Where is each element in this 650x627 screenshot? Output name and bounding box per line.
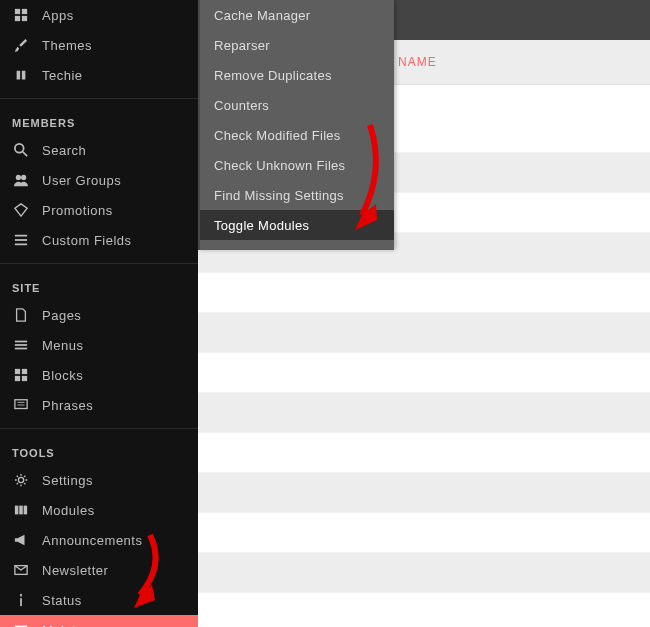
brush-icon	[12, 38, 30, 52]
submenu-cache-manager[interactable]: Cache Manager	[200, 0, 394, 30]
svg-point-4	[15, 144, 24, 153]
sidebar-item-label: Blocks	[42, 368, 83, 383]
sidebar-item-label: Themes	[42, 38, 92, 53]
section-tools: TOOLS	[0, 428, 198, 465]
svg-rect-17	[22, 376, 27, 381]
svg-point-21	[18, 477, 23, 482]
table-row[interactable]	[198, 313, 650, 353]
svg-rect-13	[15, 348, 27, 350]
sidebar-item-label: Phrases	[42, 398, 93, 413]
users-icon	[12, 173, 30, 187]
table-row[interactable]	[198, 273, 650, 313]
bullhorn-icon	[12, 533, 30, 547]
svg-rect-11	[15, 341, 27, 343]
svg-rect-27	[20, 598, 22, 606]
page-icon	[12, 308, 30, 322]
sidebar-item-label: Menus	[42, 338, 84, 353]
gear-icon	[12, 473, 30, 487]
sidebar: Apps Themes Techie MEMBERS Search User G…	[0, 0, 198, 627]
diamond-icon	[12, 203, 30, 217]
svg-rect-0	[15, 9, 20, 14]
sidebar-item-apps[interactable]: Apps	[0, 0, 198, 30]
sidebar-item-maintenance[interactable]: Maintenance	[0, 615, 198, 627]
sidebar-item-label: Techie	[42, 68, 83, 83]
table-row[interactable]	[198, 593, 650, 627]
submenu-label: Reparser	[214, 38, 270, 53]
sidebar-item-blocks[interactable]: Blocks	[0, 360, 198, 390]
submenu-check-modified-files[interactable]: Check Modified Files	[200, 120, 394, 150]
section-members: MEMBERS	[0, 98, 198, 135]
submenu-label: Check Unknown Files	[214, 158, 345, 173]
svg-rect-22	[15, 506, 19, 515]
submenu-check-unknown-files[interactable]: Check Unknown Files	[200, 150, 394, 180]
sidebar-item-search[interactable]: Search	[0, 135, 198, 165]
sidebar-item-label: Newsletter	[42, 563, 108, 578]
sidebar-item-label: Promotions	[42, 203, 113, 218]
list-icon	[12, 233, 30, 247]
sidebar-item-label: Pages	[42, 308, 81, 323]
submenu-label: Counters	[214, 98, 269, 113]
svg-rect-12	[15, 344, 27, 346]
submenu-label: Toggle Modules	[214, 218, 309, 233]
sidebar-item-themes[interactable]: Themes	[0, 30, 198, 60]
sidebar-item-custom-fields[interactable]: Custom Fields	[0, 225, 198, 255]
sidebar-item-menus[interactable]: Menus	[0, 330, 198, 360]
sidebar-item-promotions[interactable]: Promotions	[0, 195, 198, 225]
sidebar-item-label: Search	[42, 143, 86, 158]
submenu-toggle-modules[interactable]: Toggle Modules	[200, 210, 394, 240]
submenu-find-missing-settings[interactable]: Find Missing Settings	[200, 180, 394, 210]
modules-icon	[12, 503, 30, 517]
submenu-remove-duplicates[interactable]: Remove Duplicates	[200, 60, 394, 90]
sidebar-item-techie[interactable]: Techie	[0, 60, 198, 90]
submenu-label: Check Modified Files	[214, 128, 341, 143]
sidebar-item-newsletter[interactable]: Newsletter	[0, 555, 198, 585]
newsletter-icon	[12, 563, 30, 577]
maintenance-submenu: Cache Manager Reparser Remove Duplicates…	[198, 0, 394, 250]
sidebar-item-label: Maintenance	[42, 623, 122, 628]
techie-icon	[12, 68, 30, 82]
table-row[interactable]	[198, 473, 650, 513]
maintenance-icon	[12, 623, 30, 627]
sidebar-item-label: Custom Fields	[42, 233, 132, 248]
sidebar-item-announcements[interactable]: Announcements	[0, 525, 198, 555]
sidebar-item-label: Modules	[42, 503, 95, 518]
apps-icon	[12, 8, 30, 22]
svg-rect-18	[15, 400, 27, 409]
search-icon	[12, 143, 30, 157]
section-site: SITE	[0, 263, 198, 300]
svg-rect-8	[15, 235, 27, 237]
column-name[interactable]: NAME	[398, 55, 650, 69]
svg-rect-14	[15, 369, 20, 374]
svg-rect-2	[15, 16, 20, 21]
svg-rect-3	[22, 16, 27, 21]
table-row[interactable]	[198, 433, 650, 473]
sidebar-item-label: Apps	[42, 8, 74, 23]
svg-rect-1	[22, 9, 27, 14]
table-row[interactable]	[198, 553, 650, 593]
svg-rect-26	[20, 594, 22, 597]
submenu-label: Find Missing Settings	[214, 188, 344, 203]
table-row[interactable]	[198, 513, 650, 553]
sidebar-item-user-groups[interactable]: User Groups	[0, 165, 198, 195]
sidebar-item-status[interactable]: Status	[0, 585, 198, 615]
svg-rect-24	[24, 506, 28, 515]
svg-point-6	[16, 175, 21, 180]
sidebar-item-label: Announcements	[42, 533, 142, 548]
submenu-label: Remove Duplicates	[214, 68, 332, 83]
submenu-label: Cache Manager	[214, 8, 310, 23]
sidebar-item-settings[interactable]: Settings	[0, 465, 198, 495]
svg-point-7	[21, 175, 26, 180]
svg-rect-10	[15, 244, 27, 246]
submenu-counters[interactable]: Counters	[200, 90, 394, 120]
menu-icon	[12, 338, 30, 352]
sidebar-item-phrases[interactable]: Phrases	[0, 390, 198, 420]
info-icon	[12, 593, 30, 607]
svg-rect-23	[19, 506, 23, 515]
sidebar-item-modules[interactable]: Modules	[0, 495, 198, 525]
submenu-reparser[interactable]: Reparser	[200, 30, 394, 60]
table-row[interactable]	[198, 393, 650, 433]
table-row[interactable]	[198, 353, 650, 393]
svg-rect-9	[15, 239, 27, 241]
sidebar-item-pages[interactable]: Pages	[0, 300, 198, 330]
svg-line-5	[23, 152, 27, 156]
